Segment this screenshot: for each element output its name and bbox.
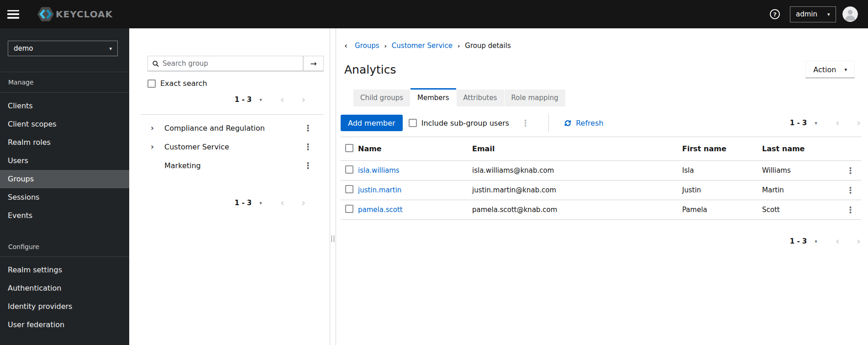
tree-pagination-top: 1 - 3 ▾ ‹ › — [129, 95, 305, 105]
toolbar-kebab-icon[interactable]: ⋮ — [521, 119, 530, 127]
pagination-next-button[interactable]: › — [301, 95, 305, 105]
pagination-caret-icon[interactable]: ▾ — [815, 239, 817, 244]
group-search-input[interactable] — [163, 59, 303, 68]
add-member-button[interactable]: Add member — [341, 115, 403, 131]
nav-section-configure: Configure — [0, 225, 129, 257]
exact-search-checkbox[interactable] — [147, 80, 156, 88]
search-icon — [153, 60, 159, 67]
group-tree-panel: → Exact search 1 - 3 ▾ ‹ › › Compliance … — [129, 28, 330, 345]
member-username-link[interactable]: pamela.scott — [358, 206, 403, 214]
column-header-actions — [822, 137, 861, 161]
member-first-name: Pamela — [682, 200, 762, 220]
exact-search-label: Exact search — [160, 79, 207, 88]
keycloak-logo: KEYCLOAK — [32, 5, 113, 23]
tab-role-mapping[interactable]: Role mapping — [505, 90, 565, 106]
sidebar-item-events[interactable]: Events — [0, 207, 129, 225]
kebab-menu-icon[interactable]: ⋮ — [304, 161, 312, 170]
sidebar-item-clients[interactable]: Clients — [0, 97, 129, 115]
group-detail-tabs: Child groups Members Attributes Role map… — [353, 88, 861, 106]
members-pagination-bottom: 1 - 3 ▾ ‹ › — [336, 236, 861, 246]
realm-selector[interactable]: demo ▾ — [8, 41, 118, 56]
sidebar-item-authentication[interactable]: Authentication — [0, 279, 129, 297]
member-first-name: Justin — [682, 180, 762, 200]
pagination-prev-button[interactable]: ‹ — [280, 95, 284, 105]
expand-chevron-icon[interactable]: › — [151, 143, 158, 151]
sidebar-item-identity-providers[interactable]: Identity providers — [0, 297, 129, 316]
tab-members[interactable]: Members — [410, 88, 456, 106]
tree-pagination-bottom: 1 - 3 ▾ ‹ › — [129, 198, 305, 208]
user-menu-dropdown[interactable]: admin ▾ — [790, 6, 836, 22]
nav-section-manage: Manage — [0, 72, 129, 93]
group-name[interactable]: Customer Service — [164, 143, 229, 151]
members-toolbar: Add member Include sub-group users ⋮ Ref… — [341, 112, 861, 133]
panel-resizer[interactable] — [330, 28, 336, 345]
column-header-last-name: Last name — [762, 137, 822, 161]
row-checkbox[interactable] — [345, 165, 353, 174]
realm-selector-value: demo — [14, 44, 33, 53]
sidebar-item-realm-settings[interactable]: Realm settings — [0, 261, 129, 279]
sidebar-item-realm-roles[interactable]: Realm roles — [0, 133, 129, 152]
page-title: Analytics — [344, 63, 396, 76]
brand-text: KEYCLOAK — [56, 9, 113, 20]
table-row: isla.williams isla.williams@knab.com Isl… — [341, 161, 861, 180]
member-last-name: Martin — [762, 180, 822, 200]
group-name[interactable]: Compliance and Regulation — [164, 124, 265, 133]
help-icon[interactable]: ? — [770, 9, 780, 19]
pagination-caret-icon[interactable]: ▾ — [259, 200, 262, 206]
select-all-checkbox[interactable] — [345, 144, 353, 152]
tab-child-groups[interactable]: Child groups — [353, 90, 410, 106]
pagination-prev-button[interactable]: ‹ — [836, 118, 840, 128]
manage-nav-list: Clients Client scopes Realm roles Users … — [0, 93, 129, 225]
member-username-link[interactable]: justin.martin — [358, 186, 401, 194]
pagination-next-button[interactable]: › — [301, 198, 305, 208]
pagination-next-button[interactable]: › — [857, 118, 861, 128]
avatar[interactable] — [842, 6, 858, 22]
row-kebab-icon[interactable]: ⋮ — [846, 185, 855, 195]
breadcrumb-separator-icon: › — [458, 43, 460, 49]
row-checkbox[interactable] — [345, 205, 353, 213]
sidebar-item-sessions[interactable]: Sessions — [0, 188, 129, 207]
action-dropdown-button[interactable]: Action ▾ — [805, 61, 855, 78]
user-menu-label: admin — [796, 10, 817, 18]
pagination-prev-button[interactable]: ‹ — [280, 198, 284, 208]
pagination-caret-icon[interactable]: ▾ — [815, 120, 817, 126]
column-header-name[interactable]: Name — [358, 137, 472, 161]
action-label: Action — [813, 65, 836, 74]
breadcrumb-link-groups[interactable]: Groups — [355, 42, 379, 50]
pagination-next-button[interactable]: › — [857, 236, 861, 246]
hamburger-menu-icon[interactable] — [7, 10, 19, 19]
include-subgroups-label: Include sub-group users — [421, 119, 510, 127]
include-subgroups-checkbox[interactable] — [409, 119, 417, 127]
breadcrumb-link-customer-service[interactable]: Customer Service — [392, 42, 452, 50]
kebab-menu-icon[interactable]: ⋮ — [304, 124, 312, 133]
pagination-prev-button[interactable]: ‹ — [836, 236, 840, 246]
breadcrumb-separator-icon: › — [384, 43, 387, 49]
group-tree-item[interactable]: › Compliance and Regulation ⋮ — [129, 119, 330, 138]
pagination-range: 1 - 3 — [790, 119, 807, 127]
member-username-link[interactable]: isla.williams — [358, 166, 400, 175]
breadcrumb-back-icon[interactable]: ‹ — [344, 42, 347, 50]
table-header-row: Name Email First name Last name — [341, 137, 861, 161]
avatar-icon — [842, 6, 858, 22]
refresh-icon — [564, 119, 572, 127]
group-tree-item[interactable]: › Customer Service ⋮ — [129, 138, 330, 156]
search-submit-button[interactable]: → — [303, 56, 324, 71]
refresh-button[interactable]: Refresh — [564, 119, 603, 127]
resize-grip-icon — [331, 235, 334, 242]
pagination-caret-icon[interactable]: ▾ — [259, 97, 262, 103]
caret-down-icon: ▾ — [109, 46, 112, 51]
tab-attributes[interactable]: Attributes — [457, 90, 504, 106]
sidebar-item-groups[interactable]: Groups — [0, 170, 129, 188]
group-name[interactable]: Marketing — [164, 161, 201, 170]
sidebar-item-client-scopes[interactable]: Client scopes — [0, 115, 129, 133]
expand-chevron-icon[interactable]: › — [151, 124, 158, 132]
group-tree-item[interactable]: Marketing ⋮ — [129, 156, 330, 175]
row-kebab-icon[interactable]: ⋮ — [846, 165, 855, 175]
row-checkbox[interactable] — [345, 185, 353, 193]
kebab-menu-icon[interactable]: ⋮ — [304, 143, 312, 151]
row-kebab-icon[interactable]: ⋮ — [846, 205, 855, 215]
table-row: justin.martin justin.martin@knab.com Jus… — [341, 180, 861, 200]
member-last-name: Williams — [762, 161, 822, 180]
sidebar-item-user-federation[interactable]: User federation — [0, 316, 129, 334]
sidebar-item-users[interactable]: Users — [0, 152, 129, 170]
